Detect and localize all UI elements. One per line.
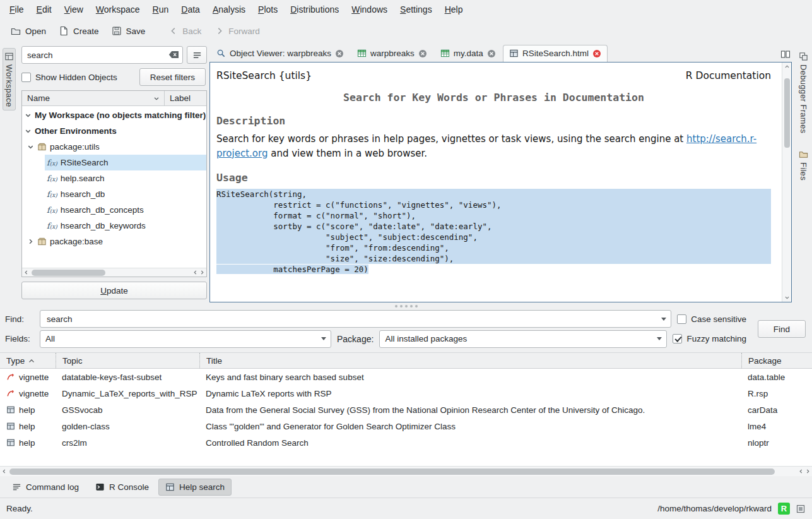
- close-icon[interactable]: [418, 49, 427, 58]
- chevron-down-icon[interactable]: [24, 127, 33, 135]
- result-row[interactable]: help golden-class Class '"golden"' and G…: [0, 418, 812, 434]
- tab-object-viewer-warpbreaks[interactable]: Object Viewer: warpbreaks: [210, 45, 350, 62]
- column-header-topic[interactable]: Topic: [56, 353, 199, 368]
- tree-item-package-base[interactable]: package:base: [22, 234, 206, 249]
- scrollbar-thumb[interactable]: [32, 270, 105, 276]
- status-widget-icon[interactable]: [796, 504, 806, 514]
- tree-item-rsitesearch[interactable]: f(x) RSiteSearch: [22, 155, 206, 170]
- case-sensitive-checkbox[interactable]: Case sensitive: [677, 314, 746, 324]
- menu-file[interactable]: File: [4, 2, 30, 17]
- column-header-label[interactable]: Label: [165, 93, 206, 103]
- rkward-window: File Edit View Workspace Run Data Analys…: [0, 0, 812, 519]
- toolview-help-search[interactable]: Help search: [158, 479, 232, 496]
- chevron-down-icon[interactable]: [317, 337, 331, 340]
- help-vertical-scrollbar[interactable]: [782, 63, 791, 302]
- toolview-command-log[interactable]: Command log: [5, 479, 86, 496]
- create-button[interactable]: Create: [53, 23, 105, 39]
- function-icon: f(x): [47, 189, 57, 199]
- open-button[interactable]: Open: [5, 23, 52, 39]
- scrollbar-thumb[interactable]: [9, 468, 775, 475]
- menu-workspace[interactable]: Workspace: [90, 2, 146, 17]
- tab-rsitesearch-html[interactable]: RSiteSearch.html: [503, 45, 608, 62]
- menu-edit[interactable]: Edit: [31, 2, 57, 17]
- close-icon[interactable]: [592, 49, 601, 58]
- find-input[interactable]: [45, 314, 657, 325]
- save-button[interactable]: Save: [106, 23, 151, 39]
- chevron-down-icon[interactable]: [26, 143, 35, 151]
- main-area: Workspace Show Hidden Objects: [0, 43, 812, 304]
- tree-item-help-search[interactable]: f(x) help.search: [22, 170, 206, 186]
- back-button[interactable]: Back: [163, 23, 207, 39]
- scroll-left-icon[interactable]: [1, 468, 7, 474]
- result-row[interactable]: vignette Dynamic_LaTeX_reports_with_RSP …: [0, 385, 812, 402]
- clear-search-icon[interactable]: [168, 51, 179, 59]
- code-line: sortby = c("score", "date:late", "date:e…: [216, 221, 771, 232]
- show-hidden-objects-checkbox[interactable]: Show Hidden Objects: [21, 73, 117, 82]
- r-engine-status-badge: R: [778, 503, 790, 515]
- tab-my-data[interactable]: my.data: [434, 45, 502, 62]
- results-horizontal-scrollbar[interactable]: [0, 466, 812, 476]
- menu-windows[interactable]: Windows: [346, 2, 393, 17]
- close-icon[interactable]: [335, 49, 344, 58]
- scroll-up-icon[interactable]: [784, 64, 790, 69]
- chevron-down-icon[interactable]: [657, 318, 671, 321]
- toolview-tab-files[interactable]: Files: [797, 146, 810, 184]
- chevron-down-icon[interactable]: [24, 111, 33, 119]
- tree-item-hsearch-db-concepts[interactable]: f(x) hsearch_db_concepts: [22, 202, 206, 218]
- find-button[interactable]: Find: [758, 320, 806, 338]
- scroll-down-icon[interactable]: [784, 295, 790, 301]
- scroll-left-icon[interactable]: [192, 270, 198, 275]
- menu-run[interactable]: Run: [147, 2, 175, 17]
- fuzzy-matching-checkbox[interactable]: Fuzzy matching: [673, 334, 746, 343]
- scroll-left-icon[interactable]: [23, 270, 29, 275]
- object-browser-list: Name Label My Workspace (no objects matc…: [21, 90, 207, 277]
- update-button[interactable]: Update: [21, 282, 207, 299]
- result-row[interactable]: help GSSvocab Data from the General Soci…: [0, 402, 812, 418]
- menu-view[interactable]: View: [59, 2, 89, 17]
- help-page-frame: RSiteSearch {utils} R Documentation Sear…: [209, 62, 792, 302]
- splitter-handle[interactable]: [0, 304, 812, 308]
- result-row[interactable]: vignette datatable-keys-fast-subset Keys…: [0, 369, 812, 385]
- menu-distributions[interactable]: Distributions: [285, 2, 344, 17]
- tree-item-hsearch-db[interactable]: f(x) hsearch_db: [22, 186, 206, 202]
- scroll-right-icon[interactable]: [805, 468, 811, 474]
- toolview-tab-debugger-frames[interactable]: Debugger Frames: [797, 48, 810, 137]
- toolview-tab-workspace[interactable]: Workspace: [3, 48, 16, 110]
- tree-item-my-workspace[interactable]: My Workspace (no objects matching filter…: [22, 107, 206, 123]
- column-header-title[interactable]: Title: [199, 353, 741, 368]
- column-header-package[interactable]: Package: [741, 353, 812, 368]
- fields-combobox[interactable]: All: [40, 330, 331, 348]
- menu-settings[interactable]: Settings: [394, 2, 438, 17]
- scroll-right-icon[interactable]: [199, 270, 205, 275]
- chevron-right-icon[interactable]: [26, 237, 35, 246]
- main-toolbar: Open Create Save Back Forward: [0, 19, 812, 43]
- split-view-button[interactable]: [780, 49, 791, 59]
- menu-plots[interactable]: Plots: [252, 2, 283, 17]
- tree-item-hsearch-db-keywords[interactable]: f(x) hsearch_db_keywords: [22, 218, 206, 234]
- tree-item-other-environments[interactable]: Other Environments: [22, 123, 206, 139]
- menu-data[interactable]: Data: [175, 2, 206, 17]
- scrollbar-thumb[interactable]: [784, 78, 790, 148]
- left-toolview-strip: Workspace: [0, 43, 18, 304]
- toolview-r-console[interactable]: R Console: [88, 479, 156, 496]
- split-view-icon: [780, 49, 791, 59]
- column-header-type[interactable]: Type: [0, 353, 56, 368]
- list-options-button[interactable]: [187, 46, 207, 64]
- menu-help[interactable]: Help: [439, 2, 469, 17]
- tab-warpbreaks[interactable]: warpbreaks: [351, 45, 433, 62]
- tree-item-package-utils[interactable]: package:utils: [22, 139, 206, 155]
- scroll-left-icon[interactable]: [798, 468, 804, 474]
- find-combobox[interactable]: [40, 310, 671, 328]
- column-header-name[interactable]: Name: [22, 91, 165, 105]
- tree-horizontal-scrollbar[interactable]: [22, 268, 206, 277]
- chevron-down-icon[interactable]: [652, 337, 666, 340]
- workspace-search-input[interactable]: [21, 46, 183, 64]
- result-row[interactable]: help crs2lm Controlled Random Search nlo…: [0, 434, 812, 451]
- forward-button[interactable]: Forward: [209, 23, 266, 39]
- close-icon[interactable]: [487, 49, 496, 58]
- menu-analysis[interactable]: Analysis: [207, 2, 251, 17]
- package-combobox[interactable]: All installed packages: [379, 330, 667, 348]
- reset-filters-button[interactable]: Reset filters: [139, 68, 206, 86]
- help-page-icon: [509, 49, 519, 58]
- chevron-right-icon: [215, 27, 224, 35]
